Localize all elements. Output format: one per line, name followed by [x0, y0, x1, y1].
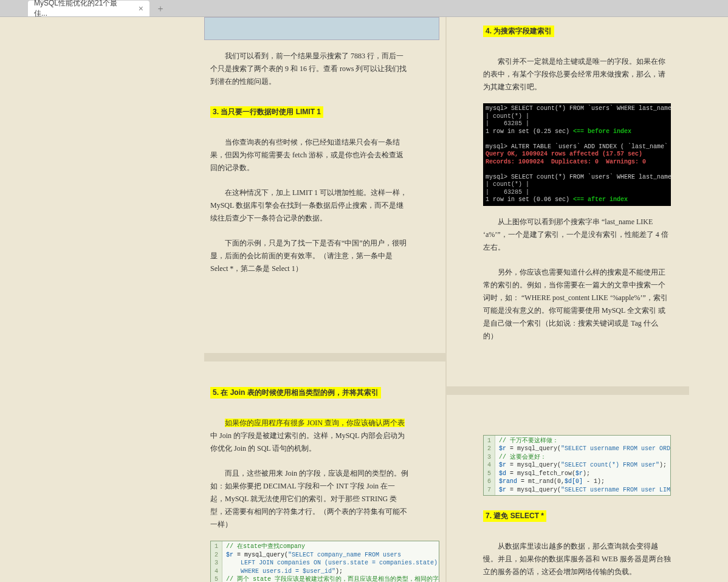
- code-body: // 千万不要这样做： $r = mysql_query("SELECT use…: [495, 436, 670, 496]
- s5-p1-highlight: 如果你的应用程序有很多 JOIN 查询，你应该确认两个表: [225, 419, 405, 427]
- s6-code: 1 2 3 4 5 6 7 // 千万不要这样做： $r = mysql_que…: [483, 435, 671, 496]
- explain-output-image: [204, 17, 439, 40]
- section-5-title: 5. 在 Join 表的时候使用相当类型的例，并将其索引: [210, 387, 381, 399]
- left-margin: [0, 17, 204, 582]
- column-divider: [204, 353, 445, 361]
- s5-code: 1 2 3 4 5 // 在state中查找company $r = mysql…: [210, 541, 439, 582]
- document-page: 我们可以看到，前一个结果显示搜索了 7883 行，而后一个只是搜索了两个表的 9…: [0, 17, 728, 582]
- left-column: 我们可以看到，前一个结果显示搜索了 7883 行，而后一个只是搜索了两个表的 9…: [204, 17, 447, 582]
- s7-p1: 从数据库里读出越多的数据，那么查询就会变得越慢。并且，如果你的数据库服务器和 W…: [447, 538, 689, 581]
- right-column: 4. 为搜索字段建索引 索引并不一定就是给主键或是唯一的字段。如果在你的表中，有…: [447, 17, 689, 582]
- s4-p1: 索引并不一定就是给主键或是唯一的字段。如果在你的表中，有某个字段你总要会经常用来…: [447, 53, 689, 96]
- browser-tab[interactable]: MySQL性能优化的21个最佳... ×: [28, 1, 149, 16]
- new-tab-button[interactable]: +: [153, 2, 168, 16]
- browser-tabbar: MySQL性能优化的21个最佳... × +: [0, 0, 728, 17]
- line-numbers: 1 2 3 4 5 6 7: [484, 436, 495, 496]
- s4-p3: 另外，你应该也需要知道什么样的搜索是不能使用正常的索引的。例如，当你需要在一篇大…: [447, 264, 689, 345]
- s4-p2: 从上图你可以看到那个搜索字串 “last_name LIKE ‘a%’”，一个是…: [447, 213, 689, 256]
- code-body: // 在state中查找company $r = mysql_query("SE…: [222, 541, 439, 582]
- s5-p2: 而且，这些被用来 Join 的字段，应该是相同的类型的。例如：如果你要把 DEC…: [204, 465, 445, 533]
- s5-p1: 如果你的应用程序有很多 JOIN 查询，你应该确认两个表中 Join 的字段是被…: [204, 414, 445, 457]
- tab-title: MySQL性能优化的21个最佳...: [34, 0, 129, 19]
- section-4-title: 4. 为搜索字段建索引: [483, 26, 554, 37]
- s3-p2: 在这种情况下，加上 LIMIT 1 可以增加性能。这样一样，MySQL 数据库引…: [204, 184, 445, 227]
- mysql-terminal: mysql> SELECT count(*) FROM `users` WHER…: [483, 103, 671, 206]
- s3-p3: 下面的示例，只是为了找一下是否有“中国”的用户，很明显，后面的会比前面的更有效率…: [204, 235, 445, 278]
- line-numbers: 1 2 3 4 5: [211, 541, 222, 582]
- s5-p1-rest: 中 Join 的字段是被建过索引的。这样，MySQL 内部会启动为你优化 Joi…: [210, 431, 405, 453]
- s3-p1: 当你查询表的有些时候，你已经知道结果只会有一条结果，但因为你可能需要去 fetc…: [204, 134, 445, 177]
- column-divider: [447, 386, 689, 395]
- section-3-title: 3. 当只要一行数据时使用 LIMIT 1: [210, 106, 323, 118]
- explain-caption: 我们可以看到，前一个结果显示搜索了 7883 行，而后一个只是搜索了两个表的 9…: [204, 47, 445, 91]
- close-icon[interactable]: ×: [139, 4, 143, 13]
- section-7-title: 7. 避免 SELECT *: [483, 510, 546, 522]
